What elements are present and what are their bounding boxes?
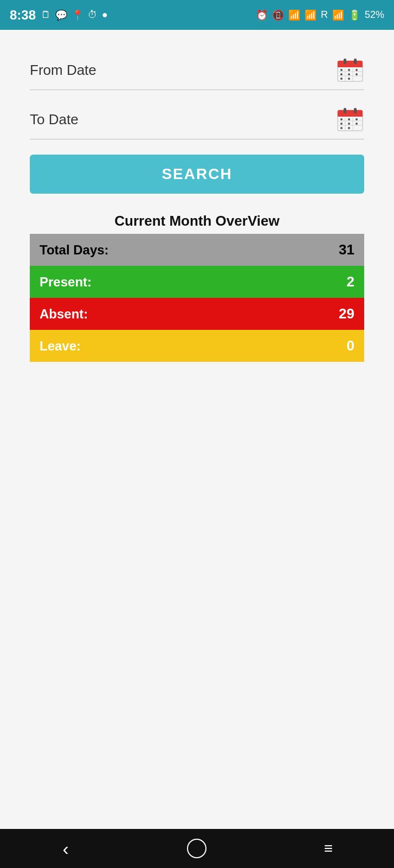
battery-percent: 52%	[365, 9, 384, 21]
bottom-nav: ‹ ≡	[0, 829, 394, 868]
svg-point-11	[356, 69, 358, 71]
from-date-calendar-icon[interactable]	[336, 56, 364, 84]
svg-point-29	[340, 123, 343, 125]
timer-icon: ⏱	[88, 9, 98, 21]
svg-rect-4	[354, 59, 357, 64]
svg-point-28	[356, 118, 358, 120]
absent-value: 29	[339, 305, 354, 322]
total-days-row: Total Days: 31	[30, 234, 364, 266]
signal-icon: 📶	[305, 9, 317, 21]
home-icon	[187, 839, 206, 858]
menu-icon: ≡	[324, 841, 333, 856]
leave-label: Leave:	[40, 339, 347, 354]
absent-row: Absent: 29	[30, 298, 364, 330]
svg-rect-21	[354, 108, 357, 113]
status-left: 8:38 🗒 💬 📍 ⏱ ●	[10, 8, 108, 23]
location-icon: 📍	[72, 9, 83, 21]
signal2-icon: 📶	[332, 9, 344, 21]
svg-rect-2	[338, 65, 363, 67]
svg-rect-3	[344, 59, 346, 64]
leave-row: Leave: 0	[30, 330, 364, 362]
overview-title: Current Month OverView	[30, 213, 364, 229]
present-label: Present:	[40, 275, 347, 290]
total-days-value: 31	[339, 241, 354, 258]
home-button[interactable]	[180, 832, 213, 865]
svg-point-9	[340, 69, 343, 71]
absent-label: Absent:	[40, 307, 339, 322]
menu-button[interactable]: ≡	[312, 832, 345, 865]
alarm-icon: ⏰	[256, 9, 268, 21]
svg-point-16	[348, 78, 350, 80]
to-date-label: To Date	[30, 111, 79, 128]
to-date-field[interactable]: To Date	[30, 95, 364, 139]
whatsapp-icon: 💬	[55, 9, 67, 21]
svg-point-10	[348, 69, 350, 71]
svg-point-33	[348, 127, 350, 129]
svg-point-27	[348, 118, 350, 120]
back-button[interactable]: ‹	[49, 832, 82, 865]
status-time: 8:38	[10, 8, 36, 23]
leave-value: 0	[347, 337, 354, 354]
dot-icon: ●	[102, 9, 108, 21]
status-icons: 🗒 💬 📍 ⏱ ●	[41, 9, 108, 21]
svg-rect-19	[338, 114, 363, 117]
status-right: ⏰ 📵 📶 📶 R 📶 🔋 52%	[256, 9, 384, 21]
r-label: R	[321, 9, 328, 21]
present-row: Present: 2	[30, 266, 364, 298]
status-bar: 8:38 🗒 💬 📍 ⏱ ● ⏰ 📵 📶 📶 R 📶 🔋 52%	[0, 0, 394, 30]
from-date-field[interactable]: From Date	[30, 46, 364, 90]
main-content: From Date	[0, 30, 394, 829]
svg-point-13	[348, 73, 350, 75]
svg-point-31	[356, 123, 358, 125]
from-date-label: From Date	[30, 62, 96, 79]
svg-rect-20	[344, 108, 346, 113]
to-date-calendar-icon[interactable]	[336, 105, 364, 133]
svg-point-26	[340, 118, 343, 120]
svg-point-32	[340, 127, 343, 129]
wifi-icon: 📶	[288, 9, 300, 21]
overview-section: Current Month OverView Total Days: 31 Pr…	[30, 213, 364, 362]
svg-point-14	[356, 73, 358, 75]
present-value: 2	[347, 273, 354, 290]
battery-icon: 🔋	[348, 9, 360, 21]
notification-icon: 🗒	[41, 9, 51, 21]
svg-point-30	[348, 123, 350, 125]
total-days-label: Total Days:	[40, 242, 339, 258]
phone-icon: 📵	[272, 9, 284, 21]
search-button[interactable]: SEARCH	[30, 155, 364, 194]
overview-table: Total Days: 31 Present: 2 Absent: 29 Lea…	[30, 234, 364, 362]
svg-point-12	[340, 73, 343, 75]
back-icon: ‹	[62, 838, 68, 859]
svg-point-15	[340, 78, 343, 80]
